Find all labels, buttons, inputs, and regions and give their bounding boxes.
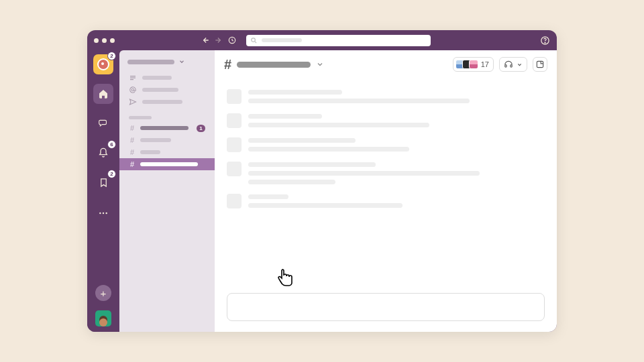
- message: [227, 194, 545, 208]
- member-avatar: [469, 60, 478, 69]
- channel-header: # 17: [215, 50, 557, 78]
- message: [227, 162, 545, 184]
- svg-point-1: [252, 38, 256, 42]
- nav-label: [142, 76, 172, 80]
- more-button[interactable]: [93, 203, 113, 223]
- window-dot[interactable]: [102, 38, 107, 43]
- hash-icon: #: [129, 148, 136, 156]
- workspace-badge: 2: [107, 52, 116, 60]
- svg-point-3: [545, 42, 545, 43]
- channel-label: [140, 150, 160, 154]
- svg-rect-10: [537, 61, 543, 67]
- message-avatar: [227, 162, 241, 176]
- app-window: 2 6 2 +: [87, 30, 557, 332]
- history-icon[interactable]: [227, 36, 237, 45]
- message: [227, 137, 545, 152]
- user-avatar[interactable]: [95, 310, 111, 326]
- channel-sidebar: #1###: [119, 50, 215, 332]
- create-button[interactable]: +: [95, 285, 111, 301]
- window-controls[interactable]: [94, 38, 115, 43]
- message-avatar: [227, 137, 241, 152]
- svg-rect-8: [505, 65, 506, 68]
- message-text: [248, 90, 342, 95]
- workspace-switcher[interactable]: 2: [93, 54, 113, 74]
- activity-badge: 6: [107, 140, 116, 149]
- channel-item[interactable]: #: [119, 158, 215, 170]
- message-text: [248, 147, 409, 152]
- hash-icon: #: [224, 57, 231, 72]
- message-text: [248, 99, 470, 103]
- nav-drafts[interactable]: [119, 96, 215, 108]
- forward-icon[interactable]: [214, 36, 223, 45]
- workspace-rail: 2 6 2 +: [87, 50, 119, 332]
- channel-item[interactable]: #: [119, 146, 215, 158]
- svg-point-6: [105, 213, 107, 214]
- message: [227, 113, 545, 128]
- svg-rect-9: [511, 65, 512, 68]
- channel-view: # 17: [215, 50, 557, 332]
- message-avatar: [227, 89, 241, 104]
- search-input[interactable]: [246, 35, 431, 46]
- message-text: [248, 123, 429, 127]
- message-text: [248, 194, 288, 199]
- svg-point-5: [103, 213, 104, 214]
- message: [227, 89, 545, 104]
- message-text: [248, 203, 402, 208]
- window-dot[interactable]: [110, 38, 115, 43]
- channel-name[interactable]: [237, 62, 311, 68]
- message-text: [248, 171, 480, 176]
- workspace-name: [127, 60, 174, 64]
- nav-label: [142, 100, 182, 104]
- hash-icon: #: [129, 160, 136, 168]
- home-button[interactable]: [93, 84, 113, 104]
- message-text: [248, 180, 335, 184]
- later-button[interactable]: 2: [93, 172, 113, 192]
- huddle-button[interactable]: [499, 57, 527, 72]
- chevron-down-icon[interactable]: [316, 60, 324, 68]
- nav-label: [142, 88, 178, 92]
- message-composer[interactable]: [227, 293, 545, 321]
- hash-icon: #: [129, 136, 136, 144]
- canvas-button[interactable]: [533, 57, 547, 72]
- activity-button[interactable]: 6: [93, 143, 113, 163]
- member-count-button[interactable]: 17: [453, 57, 494, 72]
- dms-button[interactable]: [93, 113, 113, 133]
- nav-mentions[interactable]: [119, 84, 215, 96]
- channel-item[interactable]: #1: [119, 122, 215, 134]
- section-label: [129, 116, 152, 119]
- chevron-down-icon: [178, 58, 185, 65]
- nav-threads[interactable]: [119, 72, 215, 84]
- workspace-menu[interactable]: [119, 56, 215, 72]
- search-icon: [250, 37, 258, 44]
- message-text: [248, 138, 356, 143]
- message-avatar: [227, 113, 241, 128]
- titlebar: [87, 30, 557, 50]
- unread-badge: 1: [197, 125, 205, 132]
- svg-point-4: [99, 213, 101, 214]
- message-text: [248, 114, 322, 119]
- channel-label: [140, 162, 198, 166]
- message-text: [248, 162, 376, 167]
- message-avatar: [227, 194, 241, 208]
- window-dot[interactable]: [94, 38, 99, 43]
- help-icon[interactable]: [540, 36, 550, 46]
- later-badge: 2: [107, 170, 116, 178]
- hash-icon: #: [129, 124, 136, 132]
- channel-item[interactable]: #: [119, 134, 215, 146]
- channel-label: [140, 126, 189, 130]
- channel-label: [140, 138, 171, 142]
- search-placeholder: [262, 38, 302, 42]
- back-icon[interactable]: [201, 36, 210, 45]
- member-count: 17: [481, 60, 489, 68]
- message-feed: [215, 78, 557, 289]
